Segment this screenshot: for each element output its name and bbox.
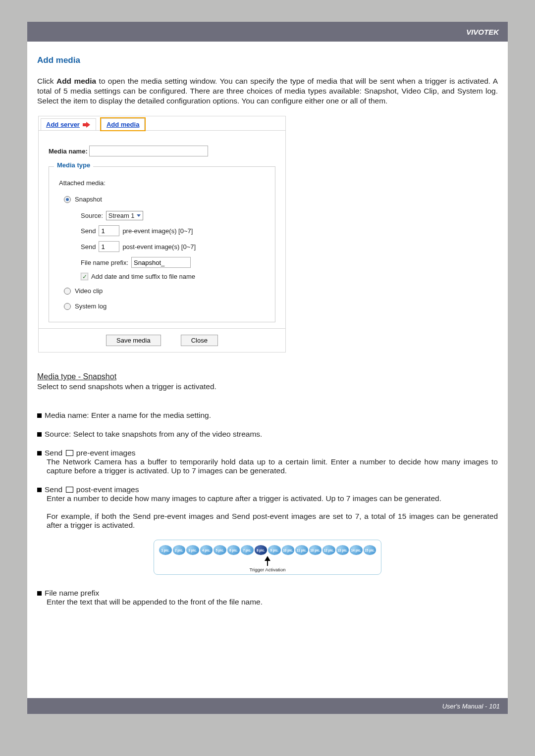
tab-add-server-label: Add server	[46, 121, 80, 128]
bullet-source: Source: Select to take snapshots from an…	[45, 430, 262, 439]
snapshot-line: Select to send snapshots when a trigger …	[37, 382, 498, 391]
radio-systemlog-label: System log	[75, 302, 107, 310]
radio-systemlog[interactable]: System log	[64, 302, 265, 310]
radio-videoclip-dot	[64, 288, 71, 295]
header-banner: VIVOTEK	[27, 22, 508, 42]
trigger-label: Trigger Activation	[159, 567, 376, 572]
pic-badge: 5 pic.	[214, 545, 226, 555]
pic-badge: 8 pic.	[255, 545, 268, 555]
bullet-prefix-lead: File name prefix	[45, 589, 99, 598]
snapshot-heading: Media type - Snapshot	[37, 372, 116, 381]
trigger-arrow-icon	[159, 556, 376, 566]
intro-prefix: Click	[37, 77, 56, 85]
bullet-post-lead: Send post-event images	[45, 485, 139, 494]
filename-prefix-input[interactable]	[131, 257, 191, 268]
radio-videoclip[interactable]: Video clip	[64, 287, 265, 295]
suffix-checkbox[interactable]	[81, 273, 88, 280]
radio-snapshot-label: Snapshot	[75, 196, 102, 203]
radio-snapshot-dot	[64, 196, 71, 203]
post-event-input[interactable]	[99, 241, 119, 252]
send-label-pre: Send	[81, 227, 96, 235]
empty-box-icon	[66, 450, 73, 456]
pic-badge: 12 pic.	[322, 545, 335, 555]
pre-event-suffix: pre-event image(s) [0~7]	[122, 227, 193, 235]
section-title: Add media	[37, 55, 498, 65]
pic-badge: 10 pic.	[282, 545, 295, 555]
page: VIVOTEK Add media Click Add media to ope…	[27, 22, 508, 714]
attached-media-label: Attached media:	[59, 179, 265, 187]
pic-badge: 2 pic.	[173, 545, 186, 555]
save-media-button[interactable]: Save media	[106, 335, 161, 346]
pic-badge: 4 pic.	[200, 545, 213, 555]
intro-rest: to open the media setting window. You ca…	[37, 77, 498, 105]
intro-link-bold: Add media	[56, 77, 96, 85]
source-label: Source:	[81, 212, 103, 219]
media-type-legend: Media type	[54, 161, 93, 169]
source-select[interactable]: Stream 1	[106, 211, 143, 220]
media-name-label: Media name:	[49, 148, 88, 155]
intro-paragraph: Click Add media to open the media settin…	[37, 76, 498, 106]
brand-text: VIVOTEK	[466, 28, 499, 36]
media-type-fieldset: Media type Attached media: Snapshot Sour…	[49, 166, 275, 322]
pic-diagram: 1 pic.2 pic.3 pic.4 pic.5 pic.6 pic.7 pi…	[154, 540, 381, 575]
send-label-post: Send	[81, 243, 96, 251]
radio-videoclip-label: Video clip	[75, 287, 103, 295]
media-name-input[interactable]	[89, 146, 208, 156]
radio-snapshot[interactable]: Snapshot	[64, 196, 265, 203]
bullet-media-name: Media name: Enter a name for the media s…	[45, 411, 211, 420]
add-media-dialog: Add server Add media Media name: Media t…	[38, 116, 286, 353]
bullet-pre-lead: Send pre-event images	[45, 449, 136, 457]
tab-add-media-label: Add media	[107, 121, 139, 128]
empty-box-icon	[66, 487, 73, 493]
pic-badge: 13 pic.	[336, 545, 349, 555]
suffix-checkbox-label: Add date and time suffix to file name	[91, 273, 195, 280]
source-value: Stream 1	[108, 212, 135, 219]
pic-badge: 1 pic.	[159, 545, 172, 555]
pic-badge: 10 pic.	[309, 545, 322, 555]
bullet-prefix-detail: Enter the text that will be appended to …	[47, 598, 498, 606]
pic-badge: 6 pic.	[227, 545, 240, 555]
dialog-buttons: Save media Close	[39, 328, 285, 352]
pic-badge: 7 pic.	[241, 545, 254, 555]
bullet-post-detail: Enter a number to decide how many images…	[47, 494, 498, 503]
tab-add-server[interactable]: Add server	[41, 118, 96, 130]
add-server-icon	[82, 121, 91, 128]
pic-badge: 14 pic.	[350, 545, 363, 555]
filename-prefix-label: File name prefix:	[81, 259, 128, 266]
tab-add-media[interactable]: Add media	[101, 118, 145, 130]
bullet-list: Media name: Enter a name for the media s…	[37, 411, 498, 606]
bullet-post-example: For example, if both the Send pre-event …	[47, 512, 498, 530]
pic-badge: 3 pic.	[186, 545, 199, 555]
post-event-suffix: post-event image(s) [0~7]	[122, 243, 196, 251]
chevron-down-icon	[137, 214, 141, 217]
pic-badge: 11 pic.	[295, 545, 308, 555]
pic-badge: 15 pic.	[364, 545, 376, 555]
page-footer: User's Manual - 101	[27, 698, 508, 714]
pic-badge: 9 pic.	[268, 545, 281, 555]
dialog-tabs: Add server Add media	[39, 116, 285, 131]
footer-page: 101	[489, 703, 500, 710]
bullet-pre-detail: The Network Camera has a buffer to tempo…	[47, 457, 498, 475]
radio-systemlog-dot	[64, 303, 71, 310]
footer-text: User's Manual -	[442, 703, 487, 710]
close-button[interactable]: Close	[181, 335, 218, 346]
pre-event-input[interactable]	[99, 225, 119, 236]
